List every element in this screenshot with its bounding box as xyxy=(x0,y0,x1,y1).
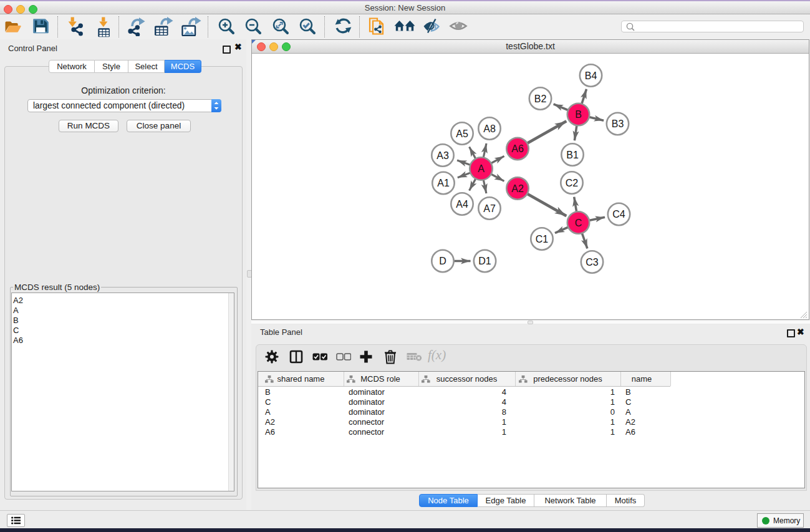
svg-text:C4: C4 xyxy=(612,209,625,220)
svg-text:C2: C2 xyxy=(566,178,579,188)
svg-text:A4: A4 xyxy=(456,199,468,210)
svg-text:B4: B4 xyxy=(585,70,597,81)
svg-text:A: A xyxy=(478,163,485,174)
svg-text:B3: B3 xyxy=(612,118,624,129)
svg-text:A8: A8 xyxy=(483,123,496,134)
svg-text:C3: C3 xyxy=(586,257,599,268)
svg-text:A6: A6 xyxy=(511,143,524,154)
svg-text:C1: C1 xyxy=(536,234,549,244)
svg-text:A1: A1 xyxy=(437,178,450,188)
svg-text:B2: B2 xyxy=(534,94,547,104)
svg-text:B: B xyxy=(575,109,582,120)
svg-text:A3: A3 xyxy=(436,150,449,161)
svg-text:C: C xyxy=(575,218,582,228)
svg-text:A5: A5 xyxy=(456,128,468,139)
svg-text:D1: D1 xyxy=(478,256,491,266)
svg-text:B1: B1 xyxy=(566,150,579,160)
svg-text:A2: A2 xyxy=(511,183,524,194)
svg-text:D: D xyxy=(439,256,446,266)
svg-text:A7: A7 xyxy=(483,203,496,214)
